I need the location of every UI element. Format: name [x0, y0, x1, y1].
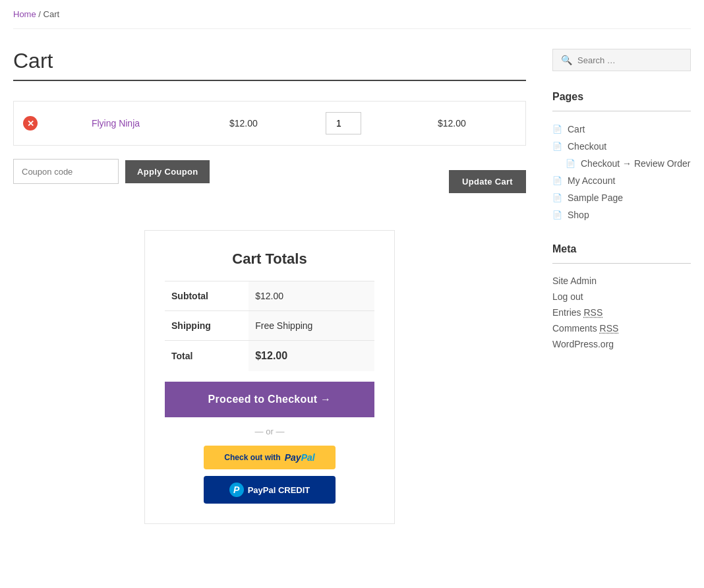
or-divider: — or —: [165, 426, 374, 436]
sidebar-item-my-account: 📄 My Account: [552, 172, 691, 189]
sidebar-item-checkout: 📄 Checkout: [552, 138, 691, 155]
search-box: 🔍: [552, 49, 691, 71]
rss-label-2: RSS: [600, 323, 619, 334]
subtotal-cell: $12.00: [428, 102, 526, 146]
page-icon: 📄: [552, 142, 562, 151]
paypal-logo-text: PayPal: [285, 452, 315, 463]
paypal-checkout-button[interactable]: Check out with PayPal: [204, 446, 336, 469]
page-icon: 📄: [552, 176, 562, 185]
remove-icon: ✕: [23, 116, 38, 131]
product-name-link[interactable]: Flying Ninja: [92, 118, 140, 129]
update-cart-button[interactable]: Update Cart: [449, 170, 526, 193]
price-cell: $12.00: [220, 102, 316, 146]
breadcrumb-current: Cart: [44, 9, 60, 19]
breadcrumb-home[interactable]: Home: [13, 9, 36, 19]
sidebar: 🔍 Pages 📄 Cart 📄 Checkout 📄 Checkout → R…: [552, 49, 691, 524]
totals-table: Subtotal $12.00 Shipping Free Shipping T…: [165, 281, 374, 371]
cart-totals-title: Cart Totals: [165, 250, 374, 268]
meta-list: Site Admin Log out Entries RSS Comments …: [552, 273, 691, 352]
rss-label: RSS: [583, 307, 602, 318]
meta-comments-rss-link[interactable]: Comments RSS: [552, 323, 618, 334]
meta-item-logout: Log out: [552, 289, 691, 305]
coupon-input[interactable]: [13, 159, 119, 184]
qty-cell: [316, 102, 428, 146]
meta-item-entries-rss: Entries RSS: [552, 305, 691, 320]
search-icon: 🔍: [561, 55, 572, 65]
sidebar-item-cart-link[interactable]: Cart: [568, 124, 585, 134]
meta-logout-link[interactable]: Log out: [552, 291, 583, 302]
sidebar-item-cart: 📄 Cart: [552, 121, 691, 138]
shipping-value: Free Shipping: [249, 311, 374, 341]
paypal-buttons: Check out with PayPal P PayPal CREDIT: [165, 446, 374, 504]
title-divider: [13, 80, 526, 81]
subtotal-row: Subtotal $12.00: [165, 281, 374, 311]
apply-coupon-button[interactable]: Apply Coupon: [125, 160, 210, 183]
meta-site-admin-link[interactable]: Site Admin: [552, 276, 597, 286]
total-amount: $12.00: [255, 350, 287, 361]
remove-item-button[interactable]: ✕: [23, 116, 38, 131]
paypal-credit-p-icon: P: [229, 483, 244, 497]
proceed-to-checkout-button[interactable]: Proceed to Checkout →: [165, 382, 374, 417]
total-value: $12.00: [249, 341, 374, 372]
remove-cell: ✕: [14, 102, 82, 146]
meta-wordpress-org-link[interactable]: WordPress.org: [552, 339, 614, 349]
paypal-credit-text: PayPal CREDIT: [248, 485, 310, 495]
shipping-row: Shipping Free Shipping: [165, 311, 374, 341]
pages-section-title: Pages: [552, 91, 691, 103]
main-content: Cart ✕ Flying Ninja $12.00: [13, 49, 526, 524]
meta-divider: [552, 263, 691, 264]
page-icon: 📄: [552, 210, 562, 220]
breadcrumb: Home / Cart: [13, 0, 691, 29]
sidebar-item-checkout-review: 📄 Checkout → Review Order: [552, 155, 691, 172]
total-label: Total: [165, 341, 249, 372]
sidebar-item-checkout-review-link[interactable]: Checkout → Review Order: [581, 158, 691, 169]
product-name-cell: Flying Ninja: [82, 102, 220, 146]
search-input[interactable]: [577, 55, 682, 65]
meta-item-site-admin: Site Admin: [552, 273, 691, 289]
meta-item-wordpress-org: WordPress.org: [552, 336, 691, 352]
cart-totals: Cart Totals Subtotal $12.00 Shipping Fre…: [144, 230, 395, 524]
subtotal-value: $12.00: [249, 281, 374, 311]
sidebar-item-checkout-link[interactable]: Checkout: [568, 141, 606, 152]
meta-entries-rss-link[interactable]: Entries RSS: [552, 307, 602, 318]
meta-item-comments-rss: Comments RSS: [552, 320, 691, 336]
total-row: Total $12.00: [165, 341, 374, 372]
breadcrumb-separator: /: [38, 9, 41, 19]
sidebar-item-sample-page-link[interactable]: Sample Page: [568, 192, 623, 203]
meta-section-title: Meta: [552, 243, 691, 255]
quantity-input[interactable]: [326, 112, 361, 134]
sidebar-item-shop-link[interactable]: Shop: [568, 210, 589, 220]
sidebar-item-shop: 📄 Shop: [552, 206, 691, 223]
pages-divider: [552, 111, 691, 111]
coupon-row: Apply Coupon: [13, 159, 210, 184]
paypal-checkout-text: Check out with: [224, 453, 280, 462]
table-row: ✕ Flying Ninja $12.00 $12.00: [14, 102, 526, 146]
page-icon: 📄: [566, 159, 575, 168]
shipping-label: Shipping: [165, 311, 249, 341]
sidebar-item-sample-page: 📄 Sample Page: [552, 189, 691, 206]
pages-list: 📄 Cart 📄 Checkout 📄 Checkout → Review Or…: [552, 121, 691, 223]
coupon-update-row: Apply Coupon Update Cart: [13, 159, 526, 204]
subtotal-label: Subtotal: [165, 281, 249, 311]
sidebar-item-my-account-link[interactable]: My Account: [568, 175, 615, 186]
paypal-credit-button[interactable]: P PayPal CREDIT: [204, 476, 336, 504]
cart-table: ✕ Flying Ninja $12.00 $12.00: [13, 101, 526, 146]
page-title: Cart: [13, 49, 526, 73]
page-icon: 📄: [552, 125, 562, 134]
page-icon: 📄: [552, 193, 562, 202]
